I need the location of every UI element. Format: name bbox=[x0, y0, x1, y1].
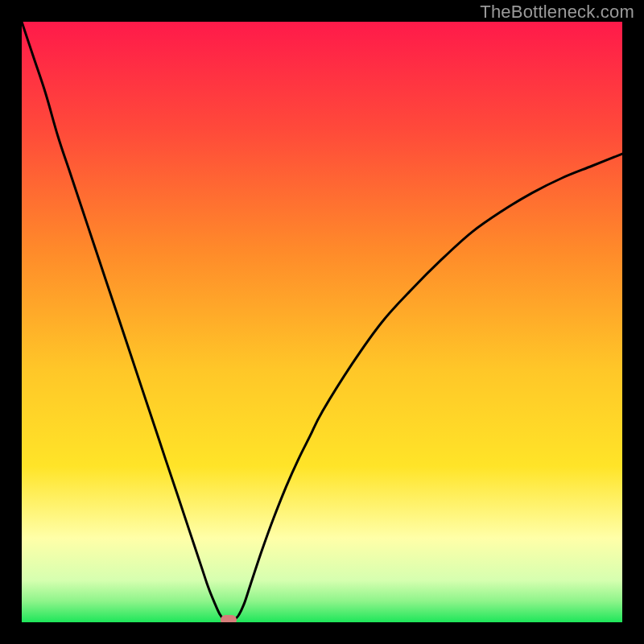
plot-area bbox=[22, 22, 622, 622]
watermark-text: TheBottleneck.com bbox=[480, 2, 634, 23]
outer-frame: TheBottleneck.com bbox=[0, 0, 644, 644]
optimal-point-marker bbox=[221, 615, 237, 622]
bottleneck-curve bbox=[22, 22, 622, 622]
